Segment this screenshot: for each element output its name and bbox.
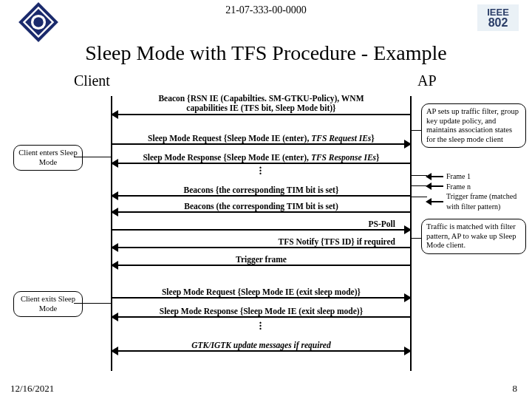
legend-row: Trigger frame (matched with filter patte…	[427, 191, 528, 211]
connector-line	[411, 197, 427, 197]
msg-text: Beacons {the corresponding TIM bit is se…	[112, 185, 410, 194]
msg-text: Trigger frame	[112, 255, 410, 264]
msg-text: PS-Poll	[369, 219, 395, 228]
arrow-left-icon	[111, 243, 118, 252]
msg-text: capabilities IE (TFS bit, Sleep Mode bit…	[186, 103, 335, 112]
arrow-right-icon	[404, 225, 412, 234]
arrow-left-icon	[427, 201, 443, 202]
msg-text-ital: TFS Response IEs	[311, 153, 376, 162]
msg-text: Sleep Mode Request {Sleep Mode IE (exit …	[112, 287, 410, 296]
msg-text: GTK/IGTK update messages if required	[191, 341, 330, 349]
connector-line	[411, 185, 427, 186]
msg-sm-request-exit: Sleep Mode Request {Sleep Mode IE (exit …	[112, 297, 410, 299]
doc-header: 21-07-333-00-0000	[0, 4, 532, 16]
msg-ps-poll: PS-Poll	[112, 229, 410, 231]
legend-framen: Frame n	[446, 182, 471, 192]
legend-row: Frame n	[427, 182, 528, 192]
msg-text: Sleep Mode Request {Sleep Mode IE (enter…	[148, 134, 311, 143]
ieee-text: IEEE	[487, 7, 509, 17]
sequence-diagram: Client AP Client enters Sleep Mode Clien…	[0, 71, 532, 380]
footer-page: 8	[513, 383, 518, 395]
msg-text: }	[371, 134, 375, 143]
msg-beacon-caps: Beacon {RSN IE (Capabilties. SM-GTKU-Pol…	[112, 114, 410, 115]
msg-text: Beacon {RSN IE (Capabilties. SM-GTKU-Pol…	[158, 94, 364, 103]
note-client-exits: Client exits Sleep Mode	[13, 291, 83, 317]
connector-line	[411, 175, 427, 176]
msg-text: Sleep Mode Response {Sleep Mode IE (ente…	[143, 153, 310, 162]
msg-gtk-update: GTK/IGTK update messages if required	[112, 350, 410, 352]
vertical-dots: ···	[111, 322, 410, 331]
note-ap-filter: AP sets up traffic filter, group key upd…	[421, 103, 526, 148]
msg-beacons-tim-1: Beacons {the corresponding TIM bit is se…	[112, 195, 410, 197]
msg-text: Beacons (the corresponding TIM bit is se…	[112, 202, 410, 211]
connector-line	[411, 238, 421, 239]
connector-line	[74, 303, 111, 304]
msg-text-ital: TFS Request IEs	[311, 134, 371, 143]
connector-line	[74, 157, 111, 157]
arrow-left-icon	[427, 185, 443, 187]
lifeline-label-client: Client	[74, 72, 110, 89]
msg-text: Sleep Mode Response {Sleep Mode IE (exit…	[112, 307, 410, 316]
footer-date: 12/16/2021	[10, 383, 54, 395]
ieee-diamond-logo	[18, 1, 59, 43]
legend-trigger: Trigger frame (matched with filter patte…	[446, 191, 528, 211]
note-traffic-match: Traffic is matched with filter pattern, …	[421, 219, 526, 254]
note-client-enters: Client enters Sleep Mode	[13, 145, 83, 171]
ieee-802-badge: IEEE 802	[477, 4, 519, 31]
ieee-802-text: 802	[488, 17, 508, 29]
legend: Frame 1 Frame n Trigger frame (matched w…	[427, 171, 528, 211]
doc-number: 21-07-333-00-0000	[225, 4, 307, 16]
connector-line	[411, 130, 421, 131]
page-title: Sleep Mode with TFS Procedure - Example	[0, 41, 532, 65]
msg-sm-request-enter: Sleep Mode Request {Sleep Mode IE (enter…	[112, 143, 410, 145]
arrow-left-icon	[427, 176, 443, 177]
legend-frame1: Frame 1	[446, 171, 471, 182]
msg-tfs-notify: TFS Notify {TFS ID} if required	[112, 247, 410, 248]
svg-point-4	[33, 17, 43, 27]
legend-row: Frame 1	[427, 171, 528, 182]
msg-text: }	[376, 153, 380, 162]
vertical-dots: ···	[111, 167, 410, 176]
msg-beacons-tim-2: Beacons (the corresponding TIM bit is se…	[112, 211, 410, 213]
lifeline-label-ap: AP	[417, 72, 437, 89]
msg-trigger-frame: Trigger frame	[112, 265, 410, 266]
msg-text: TFS Notify {TFS ID} if required	[279, 237, 395, 246]
